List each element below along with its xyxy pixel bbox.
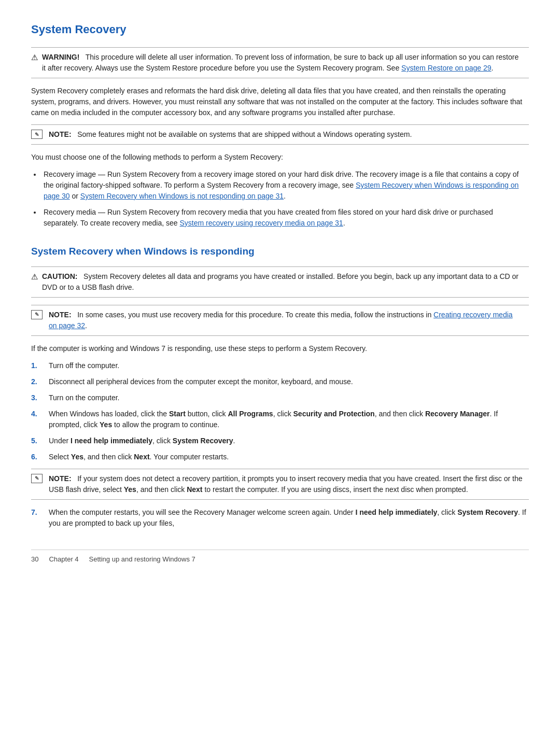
step-num-7: 7. (31, 507, 44, 529)
step-num-1: 1. (31, 360, 44, 371)
step-text-7: When the computer restarts, you will see… (49, 507, 529, 529)
note-text-2: NOTE: In some cases, you must use recove… (49, 310, 523, 331)
step-5: 5. Under I need help immediately, click … (31, 435, 529, 446)
note-body-2: In some cases, you must use recovery med… (49, 311, 513, 330)
step-num-2: 2. (31, 376, 44, 387)
note-box-3: ✎ NOTE: If your system does not detect a… (31, 469, 529, 500)
para-2: You must choose one of the following met… (31, 152, 529, 163)
step-text-4: When Windows has loaded, click the Start… (49, 409, 529, 430)
steps-list: 1. Turn off the computer. 2. Disconnect … (31, 360, 529, 462)
note-icon-1: ✎ (31, 130, 43, 139)
bullet1-link2[interactable]: System Recovery when Windows is not resp… (80, 192, 284, 200)
caution-triangle-icon: ⚠ (31, 271, 38, 283)
step-num-6: 6. (31, 452, 44, 462)
caution-text-1: CAUTION: System Recovery deletes all dat… (42, 271, 523, 293)
warning-link-1[interactable]: System Restore on page 29 (401, 64, 492, 72)
step-text-6: Select Yes, and then click Next. Your co… (49, 452, 229, 462)
step-2: 2. Disconnect all peripheral devices fro… (31, 376, 529, 387)
note-body-1: Some features might not be available on … (73, 130, 412, 138)
step-num-3: 3. (31, 392, 44, 403)
note-label-3: NOTE: (49, 474, 72, 483)
caution-box-1: ⚠ CAUTION: System Recovery deletes all d… (31, 266, 529, 298)
warning-box-1: ⚠ WARNING! This procedure will delete al… (31, 47, 529, 78)
note-box-2: ✎ NOTE: In some cases, you must use reco… (31, 305, 529, 336)
para-3: If the computer is working and Windows 7… (31, 343, 529, 354)
step-text-5: Under I need help immediately, click Sys… (49, 435, 235, 446)
caution-label-1: CAUTION: (42, 272, 77, 280)
main-heading: System Recovery (31, 21, 529, 40)
section2-heading: System Recovery when Windows is respondi… (31, 244, 529, 259)
warning-triangle-icon: ⚠ (31, 52, 38, 64)
page-number: 30 (31, 554, 38, 565)
step-text-3: Turn on the computer. (49, 392, 119, 403)
bullet-item-2: Recovery media — Run System Recovery fro… (41, 207, 529, 229)
note-icon-3: ✎ (31, 474, 43, 483)
step-4: 4. When Windows has loaded, click the St… (31, 409, 529, 430)
chapter-label: Chapter 4 (49, 554, 78, 565)
page-footer: 30 Chapter 4 Setting up and restoring Wi… (31, 550, 529, 565)
step-num-4: 4. (31, 409, 44, 430)
bullet2-link[interactable]: System recovery using recovery media on … (180, 219, 343, 227)
note-icon-2: ✎ (31, 310, 43, 319)
step-num-5: 5. (31, 435, 44, 446)
warning-text-1: WARNING! This procedure will delete all … (42, 52, 523, 74)
step-6: 6. Select Yes, and then click Next. Your… (31, 452, 529, 462)
caution-body-1: System Recovery deletes all data and pro… (42, 272, 519, 291)
step-7: 7. When the computer restarts, you will … (31, 507, 529, 529)
note-box-1: ✎ NOTE: Some features might not be avail… (31, 124, 529, 145)
step-text-1: Turn off the computer. (49, 360, 119, 371)
note-text-3: NOTE: If your system does not detect a r… (49, 473, 523, 495)
note-text-1: NOTE: Some features might not be availab… (49, 129, 412, 140)
note-label-2: NOTE: (49, 311, 72, 319)
bullet-item-1: Recovery image — Run System Recovery fro… (41, 169, 529, 202)
step-3: 3. Turn on the computer. (31, 392, 529, 403)
warning-body-1: This procedure will delete all user info… (42, 53, 519, 72)
method-list: Recovery image — Run System Recovery fro… (41, 169, 529, 229)
step-text-2: Disconnect all peripheral devices from t… (49, 376, 353, 387)
chapter-text: Setting up and restoring Windows 7 (89, 554, 195, 565)
note-body-3: If your system does not detect a recover… (49, 474, 523, 494)
warning-label-1: WARNING! (42, 53, 79, 61)
para-1: System Recovery completely erases and re… (31, 86, 529, 118)
steps-list-2: 7. When the computer restarts, you will … (31, 507, 529, 529)
step-1: 1. Turn off the computer. (31, 360, 529, 371)
note-label-1: NOTE: (49, 130, 72, 138)
